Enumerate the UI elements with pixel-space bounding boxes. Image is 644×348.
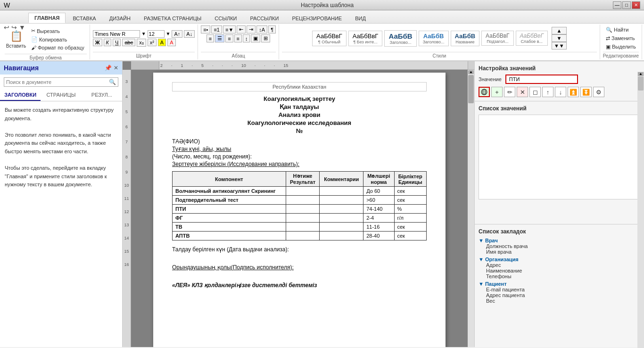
bold-button[interactable]: Ж bbox=[93, 39, 102, 46]
replace-button[interactable]: ⇄ Заменить bbox=[603, 34, 638, 42]
show-marks-button[interactable]: ¶ bbox=[268, 25, 276, 33]
align-right-button[interactable]: ≡ bbox=[225, 34, 233, 42]
style-normal[interactable]: АаБбВвГ ¶ Обычный bbox=[312, 31, 347, 46]
right-panel-scrollbar[interactable]: ▲ bbox=[637, 72, 644, 348]
cell-norm-6: 28-40 bbox=[363, 232, 394, 240]
tab-view[interactable]: ВИД bbox=[349, 13, 372, 23]
cell-comment-4 bbox=[320, 214, 363, 223]
tab-insert[interactable]: ВСТАВКА bbox=[66, 13, 102, 23]
superscript-button[interactable]: x² bbox=[148, 39, 157, 46]
subscript-button[interactable]: x₂ bbox=[137, 39, 146, 47]
styles-scroll-up[interactable]: ▲ bbox=[552, 27, 567, 34]
nav-search-input[interactable] bbox=[6, 79, 109, 85]
move-up-button[interactable]: ↑ bbox=[542, 87, 553, 97]
font-grow-button[interactable]: A↑ bbox=[172, 30, 182, 38]
shading-button[interactable]: ▣ bbox=[251, 34, 260, 42]
select-button[interactable]: ▣ Выделить bbox=[603, 43, 638, 51]
list-area[interactable] bbox=[479, 115, 640, 199]
quick-access-dropdown[interactable]: ▼ bbox=[19, 24, 25, 31]
align-center-button[interactable]: ☰ bbox=[215, 34, 224, 42]
font-shrink-button[interactable]: A↓ bbox=[184, 30, 195, 38]
style-title[interactable]: АаБбВ Название bbox=[451, 31, 480, 46]
style-heading2[interactable]: АаБбВ Заголово... bbox=[419, 31, 449, 46]
undo-button[interactable]: ↩ bbox=[4, 24, 9, 31]
numbered-list-button[interactable]: ≡1 bbox=[211, 25, 222, 33]
bookmark-item-patient-email[interactable]: E-mail пациента bbox=[479, 287, 640, 292]
borders-button[interactable]: ⊞ bbox=[261, 34, 270, 42]
increase-indent-button[interactable]: ⇥ bbox=[247, 25, 256, 33]
nav-tab-pages[interactable]: СТРАНИЦЫ bbox=[41, 90, 81, 101]
font-size-dropdown[interactable]: ▼ bbox=[166, 31, 171, 36]
document-scroll-area[interactable]: Республики Казахстан Коагулогиялық зертт… bbox=[131, 70, 468, 347]
italic-button[interactable]: К bbox=[104, 39, 111, 46]
add-button[interactable]: + bbox=[491, 87, 503, 97]
tab-design[interactable]: ДИЗАЙН bbox=[103, 13, 137, 23]
move-down-button[interactable]: ↓ bbox=[555, 87, 566, 97]
delete-button[interactable]: ✕ bbox=[517, 87, 528, 97]
bookmark-item-patient-weight[interactable]: Вес bbox=[479, 298, 640, 304]
nav-pin-button[interactable]: 📌 bbox=[105, 65, 112, 71]
style-subtitle[interactable]: АаБбВвГ Подзагол... bbox=[481, 31, 513, 46]
bookmark-item-doctor-position[interactable]: Должность врача bbox=[479, 243, 640, 249]
tab-layout[interactable]: РАЗМЕТКА СТРАНИЦЫ bbox=[138, 13, 207, 23]
bookmark-group-header-organization[interactable]: ▼ Организация bbox=[479, 257, 640, 262]
add-from-list-button[interactable] bbox=[479, 87, 490, 97]
cell-unit-1: сек bbox=[394, 187, 427, 196]
bookmark-group-header-patient[interactable]: ▼ Пациент bbox=[479, 281, 640, 287]
ribbon-group-paragraph: ≡• ≡1 ≡▼ ⇤ ⇥ ↕A ¶ ≡ ☰ ≡ ≡ ↕ ▣ ⊞ Абзац bbox=[198, 25, 279, 59]
find-button[interactable]: 🔍 Найти bbox=[603, 26, 638, 34]
move-bottom-button[interactable]: ⏬ bbox=[580, 87, 592, 97]
doc-title1: Коагулогиялық зерттеу bbox=[172, 95, 427, 102]
right-scroll-thumb[interactable] bbox=[638, 76, 644, 91]
copy-button[interactable]: 📄 Копировать bbox=[29, 35, 87, 43]
edit-button[interactable]: ✏ bbox=[504, 87, 515, 97]
tab-references[interactable]: ССЫЛКИ bbox=[208, 13, 243, 23]
bookmark-group-header-doctor[interactable]: ▼ Врач bbox=[479, 238, 640, 243]
search-icon[interactable]: 🔍 bbox=[109, 79, 116, 85]
align-left-button[interactable]: ≡ bbox=[206, 34, 214, 42]
nav-close-button[interactable]: ✕ bbox=[114, 65, 118, 71]
nav-tab-results[interactable]: РЕЗУЛ... bbox=[82, 90, 122, 101]
font-name-dropdown[interactable]: ▼ bbox=[141, 31, 146, 36]
tab-home[interactable]: ГЛАВНАЯ bbox=[28, 13, 66, 23]
styles-more[interactable]: ▼▼ bbox=[552, 42, 567, 50]
decrease-indent-button[interactable]: ⇤ bbox=[237, 25, 246, 33]
minimize-button[interactable]: — bbox=[613, 1, 621, 9]
format-painter-button[interactable]: 🖌 Формат по образцу bbox=[29, 44, 87, 51]
line-spacing-button[interactable]: ↕ bbox=[243, 34, 250, 42]
value-input[interactable] bbox=[505, 75, 578, 84]
settings-button[interactable]: ⚙ bbox=[593, 87, 604, 97]
clear-button[interactable]: ◻ bbox=[529, 87, 541, 97]
styles-scroll-down[interactable]: ▼ bbox=[552, 34, 567, 42]
move-top-button[interactable]: ⏫ bbox=[568, 87, 579, 97]
cell-result-3 bbox=[286, 205, 320, 214]
tab-review[interactable]: РЕЦЕНЗИРОВАНИЕ bbox=[286, 13, 348, 23]
style-subtle[interactable]: АаБбВеГ Слабое в... bbox=[516, 31, 548, 46]
tab-mailings[interactable]: РАССЫЛКИ bbox=[244, 13, 285, 23]
sort-button[interactable]: ↕A bbox=[256, 25, 267, 33]
close-button[interactable]: ✕ bbox=[632, 1, 640, 9]
scroll-thumb[interactable] bbox=[468, 75, 474, 103]
bookmark-item-phones[interactable]: Телефоны bbox=[479, 273, 640, 279]
bookmark-item-address[interactable]: Адрес bbox=[479, 262, 640, 268]
style-no-spacing[interactable]: АаБбВвГ ¶ Без инте... bbox=[348, 31, 383, 46]
font-color-button[interactable]: A bbox=[167, 39, 175, 46]
vertical-scrollbar[interactable]: ▲ bbox=[468, 70, 474, 347]
bookmark-item-name[interactable]: Наименование bbox=[479, 268, 640, 273]
redo-button[interactable]: ↪ bbox=[11, 24, 17, 31]
font-size-input[interactable] bbox=[148, 30, 165, 38]
bookmark-item-patient-address[interactable]: Адрес пациента bbox=[479, 292, 640, 298]
highlight-button[interactable]: A bbox=[158, 39, 166, 46]
bookmark-item-doctor-name[interactable]: Имя врача bbox=[479, 249, 640, 255]
strikethrough-button[interactable]: abc bbox=[122, 39, 135, 46]
maximize-button[interactable]: □ bbox=[622, 1, 631, 9]
nav-tab-headings[interactable]: ЗАГОЛОВКИ bbox=[0, 90, 41, 101]
multilevel-list-button[interactable]: ≡▼ bbox=[223, 25, 236, 33]
justify-button[interactable]: ≡ bbox=[234, 34, 242, 42]
bullet-list-button[interactable]: ≡• bbox=[201, 25, 210, 33]
cut-button[interactable]: ✂ Вырезать bbox=[29, 27, 87, 35]
underline-button[interactable]: Ч bbox=[113, 39, 121, 46]
doc-title2: Қан талдауы bbox=[172, 103, 427, 110]
font-name-input[interactable] bbox=[93, 30, 140, 38]
style-heading1[interactable]: АаБбВ Заголово... bbox=[384, 30, 416, 47]
